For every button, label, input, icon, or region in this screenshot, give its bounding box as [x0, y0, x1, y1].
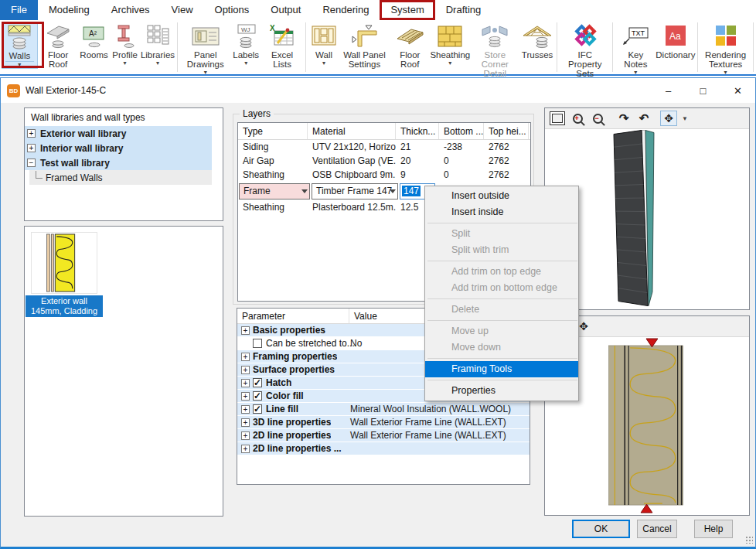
menu-item-insert-outside[interactable]: Insert outside	[425, 188, 578, 204]
sheathing-dropdown-icon[interactable]: ▾	[448, 60, 451, 66]
menu-item-split-with-trim[interactable]: Split with trim	[425, 242, 578, 258]
wall-type-name[interactable]: Exterior wall 145mm, Cladding	[26, 295, 103, 317]
menu-item-framing-tools[interactable]: Framing Tools	[425, 361, 578, 377]
expand-plus-icon[interactable]: +	[241, 392, 250, 401]
expand-plus-icon[interactable]: +	[241, 366, 250, 374]
store-corner-detail-button[interactable]: Store Corner Detail	[470, 22, 520, 79]
layer-row-sheathing-osb[interactable]: Sheathing OSB Chipboard 9m... 9 0 2762	[238, 168, 530, 182]
col-thickness[interactable]: Thickn...	[396, 123, 439, 139]
col-bottom[interactable]: Bottom ...	[439, 123, 484, 139]
libraries-dropdown-icon[interactable]: ▾	[156, 60, 159, 66]
layer-row-siding[interactable]: Siding UTV 21x120, Horizo... 21 -238 276…	[238, 140, 530, 154]
param-row-2d-line-properties[interactable]: + 2D line properties Wall Exterior Frame…	[237, 429, 530, 442]
excel-lists-button[interactable]: X Excel Lists	[261, 22, 303, 70]
view-dropdown-icon[interactable]: ▼	[682, 115, 688, 122]
param-row-line-fill[interactable]: + Line fill Mineral Wool Insulation (WAL…	[237, 403, 530, 415]
key-notes-dropdown-icon[interactable]: ▾	[634, 70, 637, 76]
rotate-left-icon[interactable]: ↷	[615, 111, 632, 126]
col-material[interactable]: Material	[308, 123, 396, 139]
checkbox-checked[interactable]	[253, 391, 262, 401]
zoom-in-icon[interactable]: +	[569, 111, 586, 126]
profile-button[interactable]: Profile ▾	[110, 22, 141, 67]
expand-plus-icon[interactable]: +	[241, 405, 250, 414]
zoom-fit-icon[interactable]	[549, 111, 566, 126]
collapse-minus-icon[interactable]: −	[27, 159, 36, 167]
cancel-button[interactable]: Cancel	[637, 520, 677, 538]
col-top[interactable]: Top hei...	[484, 123, 529, 139]
walls-button[interactable]: Walls ▾	[2, 22, 38, 69]
param-row-3d-line-properties[interactable]: + 3D line properties Wall Exterior Frame…	[237, 416, 530, 428]
expand-plus-icon[interactable]: +	[241, 418, 250, 427]
checkbox-checked[interactable]	[253, 378, 262, 387]
tab-output[interactable]: Output	[260, 0, 312, 20]
checkbox-checked[interactable]	[253, 404, 262, 414]
tab-system[interactable]: System	[380, 0, 434, 20]
expand-plus-icon[interactable]: +	[241, 326, 250, 335]
ok-button[interactable]: OK	[572, 520, 630, 538]
labels-dropdown-icon[interactable]: ▾	[244, 60, 247, 66]
checkbox-unchecked[interactable]	[253, 339, 262, 348]
trusses-button[interactable]: Trusses	[520, 22, 555, 60]
expand-plus-icon[interactable]: +	[27, 129, 36, 138]
tree-item-test-wall-library[interactable]: − Test wall library	[25, 155, 212, 170]
menu-item-delete[interactable]: Delete	[425, 302, 578, 318]
expand-plus-icon[interactable]: +	[241, 379, 250, 387]
resize-grip[interactable]	[745, 536, 753, 544]
wall-type-thumbnail[interactable]	[31, 232, 97, 294]
expand-plus-icon[interactable]: +	[27, 144, 36, 152]
panel-drawings-dropdown-icon[interactable]: ▾	[204, 70, 207, 76]
wall-panel-settings-button[interactable]: Wall Panel Settings	[339, 22, 390, 70]
menu-item-properties[interactable]: Properties	[425, 383, 578, 399]
col-parameter[interactable]: Parameter	[237, 309, 349, 323]
rotate-right-icon[interactable]: ↶	[635, 111, 652, 126]
expand-plus-icon[interactable]: +	[241, 445, 250, 453]
minimize-button[interactable]: –	[651, 78, 686, 103]
labels-button[interactable]: WJ Labels ▾	[230, 22, 261, 67]
rooms-button[interactable]: A² Rooms	[79, 22, 110, 60]
tab-modeling[interactable]: Modeling	[38, 0, 100, 20]
rendering-textures-dropdown-icon[interactable]: ▾	[724, 70, 727, 76]
wall-dropdown-icon[interactable]: ▾	[322, 60, 325, 66]
menu-item-move-down[interactable]: Move down	[425, 339, 578, 356]
tree-item-framed-walls[interactable]: Framed Walls	[29, 170, 212, 185]
profile-dropdown-icon[interactable]: ▾	[124, 60, 127, 66]
panel-drawings-button[interactable]: Panel Drawings ▾	[180, 22, 230, 77]
floor-roof-button[interactable]: Floor Roof	[38, 22, 79, 70]
wall-button[interactable]: Wall ▾	[308, 22, 339, 67]
expand-plus-icon[interactable]: +	[241, 353, 250, 361]
tab-options[interactable]: Options	[204, 0, 261, 20]
tree-item-exterior-wall-library[interactable]: + Exterior wall library	[25, 126, 212, 141]
zoom-out-icon[interactable]: −	[589, 111, 606, 126]
expand-plus-icon[interactable]: +	[241, 431, 250, 440]
layer-row-air-gap[interactable]: Air Gap Ventilation Gap (VE... 20 0 2762	[238, 154, 530, 168]
menu-item-add-trim-top[interactable]: Add trim on top edge	[425, 264, 578, 280]
sheathing-button[interactable]: Sheathing ▾	[431, 22, 470, 67]
tab-file[interactable]: File	[0, 0, 38, 20]
col-type[interactable]: Type	[238, 123, 308, 139]
pan-icon[interactable]: ✥	[660, 111, 677, 126]
col-value[interactable]: Value	[349, 309, 377, 323]
tab-rendering[interactable]: Rendering	[312, 0, 380, 20]
dictionary-button[interactable]: Aa Dictionary	[656, 22, 696, 60]
walls-dropdown-icon[interactable]: ▾	[5, 61, 34, 68]
dialog-titlebar[interactable]: BD Wall Exterior-145-C – □ ✕	[1, 78, 755, 103]
menu-item-add-trim-bottom[interactable]: Add trim on bottom edge	[425, 280, 578, 296]
maximize-button[interactable]: □	[686, 78, 720, 103]
tree-item-interior-wall-library[interactable]: + Interior wall library	[25, 141, 212, 155]
close-button[interactable]: ✕	[720, 78, 755, 103]
frame-material-combobox[interactable]: Timber Frame 147	[312, 183, 398, 199]
libraries-button[interactable]: Libraries ▾	[141, 22, 175, 67]
menu-item-insert-inside[interactable]: Insert inside	[425, 204, 578, 220]
menu-item-split[interactable]: Split	[425, 226, 578, 242]
ifc-property-sets-button[interactable]: IFC Property Sets	[560, 22, 610, 79]
frame-type-combobox[interactable]: Frame	[239, 183, 310, 199]
tab-drafting[interactable]: Drafting	[435, 0, 492, 20]
tab-archives[interactable]: Archives	[100, 0, 161, 20]
floor-roof-2-button[interactable]: Floor Roof	[390, 22, 431, 70]
rendering-textures-button[interactable]: Rendering Textures ▾	[700, 22, 751, 77]
tab-view[interactable]: View	[161, 0, 204, 20]
param-row-2d-line-properties-2[interactable]: + 2D line properties ...	[237, 442, 530, 455]
menu-item-move-up[interactable]: Move up	[425, 323, 578, 339]
key-notes-button[interactable]: TXT Key Notes ▾	[615, 22, 656, 77]
help-button[interactable]: Help	[694, 520, 733, 538]
